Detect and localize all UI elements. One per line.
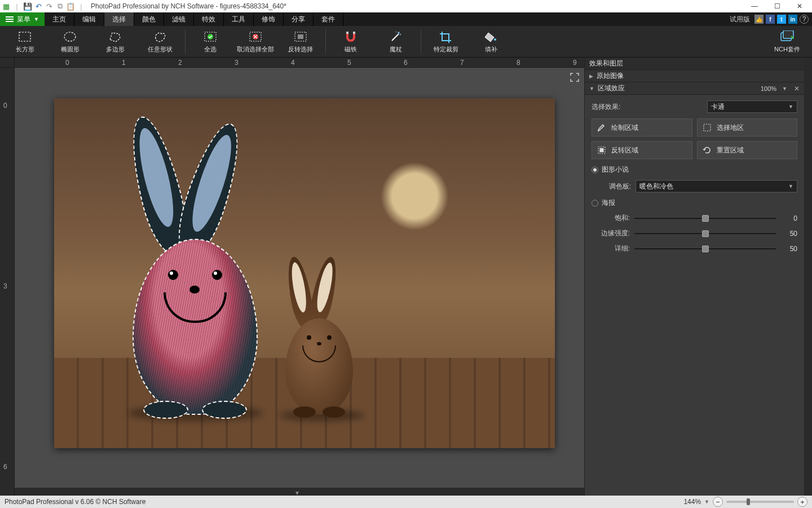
- tool-nch-suite[interactable]: NCH套件: [765, 27, 810, 56]
- toolbar: 长方形椭圆形多边形任意形状 全选取消选择全部反转选择 磁铁魔杖 特定裁剪填补 N…: [0, 26, 812, 58]
- ruler-vertical: 036: [0, 68, 15, 496]
- facebook-icon[interactable]: f: [766, 15, 775, 24]
- save-icon[interactable]: 💾: [23, 1, 33, 11]
- ruler-mark: 0: [3, 102, 7, 110]
- tool-icon: [108, 29, 122, 44]
- tab-7[interactable]: 修饰: [254, 12, 284, 26]
- linkedin-icon[interactable]: in: [788, 15, 797, 24]
- zoom-out-button[interactable]: −: [713, 497, 723, 507]
- tool-全选[interactable]: 全选: [188, 27, 233, 56]
- svg-rect-9: [353, 32, 355, 34]
- tool-label: NCH套件: [774, 45, 800, 54]
- menu-caret-icon: ▼: [34, 16, 39, 22]
- scroll-down-icon[interactable]: ▾: [295, 489, 303, 494]
- effect-select[interactable]: 卡通▼: [707, 100, 797, 113]
- section-region-effect[interactable]: ▼ 区域效应 100% ▼ ✕: [585, 82, 804, 95]
- reset-icon: [702, 145, 712, 155]
- minimize-icon[interactable]: —: [743, 0, 766, 12]
- tool-label: 取消选择全部: [237, 45, 274, 54]
- ruler-mark: 1: [122, 59, 126, 67]
- tab-1[interactable]: 编辑: [74, 12, 104, 26]
- tool-填补[interactable]: 填补: [469, 27, 514, 56]
- photo-background: [54, 98, 555, 448]
- tab-8[interactable]: 分享: [284, 12, 314, 26]
- dropdown-icon: ▼: [788, 183, 793, 189]
- svg-rect-13: [704, 124, 710, 131]
- dropdown-icon: ▼: [788, 104, 793, 110]
- horizontal-scrollbar[interactable]: ▾: [15, 488, 584, 496]
- tool-长方形[interactable]: 长方形: [2, 27, 47, 56]
- maximize-icon[interactable]: ☐: [766, 0, 788, 12]
- vertical-scrollbar[interactable]: [804, 58, 812, 496]
- zoom-slider[interactable]: [726, 501, 794, 503]
- radio-poster[interactable]: 海报: [592, 198, 797, 208]
- tool-反转选择[interactable]: 反转选择: [278, 27, 323, 56]
- invert-icon: [597, 145, 607, 155]
- saturation-slider[interactable]: [634, 214, 776, 223]
- svg-rect-0: [19, 32, 30, 41]
- zoom-value: 144%: [683, 498, 701, 506]
- select-effect-label: 选择效果:: [592, 102, 620, 112]
- thumbs-up-icon[interactable]: 👍: [754, 15, 764, 24]
- bunny-left-selected: [122, 132, 268, 414]
- copy-icon[interactable]: ⧉: [55, 1, 65, 11]
- tool-icon: [389, 29, 403, 44]
- tab-9[interactable]: 套件: [314, 12, 343, 26]
- tab-5[interactable]: 特效: [194, 12, 224, 26]
- tool-label: 填补: [485, 45, 497, 54]
- tool-多边形[interactable]: 多边形: [92, 27, 138, 56]
- bunny-right: [274, 251, 364, 414]
- radio-graphic-novel[interactable]: 图形小说: [592, 165, 797, 174]
- edge-slider[interactable]: [634, 229, 776, 238]
- tab-2[interactable]: 选择: [104, 12, 134, 26]
- ruler-mark: 3: [3, 282, 7, 290]
- tool-icon: [17, 29, 32, 44]
- ruler-mark: 2: [178, 59, 182, 67]
- paste-icon[interactable]: 📋: [65, 1, 76, 11]
- tool-label: 反转选择: [288, 45, 313, 54]
- zoom-in-button[interactable]: +: [797, 497, 807, 507]
- slider-edge: 边缘强度: 50: [592, 229, 797, 238]
- select-region-button[interactable]: 选择地区: [697, 119, 798, 137]
- tool-魔杖[interactable]: 魔杖: [373, 27, 418, 56]
- slider-detail: 详细: 50: [592, 244, 797, 253]
- draw-region-button[interactable]: 绘制区域: [592, 119, 692, 137]
- workspace: 0123456789 036: [0, 58, 812, 496]
- ruler-mark: 6: [404, 59, 408, 67]
- redo-icon[interactable]: ↷: [44, 1, 54, 11]
- tab-4[interactable]: 滤镜: [164, 12, 194, 26]
- svg-point-1: [64, 32, 76, 41]
- trial-label: 试用版: [730, 15, 750, 24]
- fullscreen-icon[interactable]: [570, 72, 580, 82]
- invert-region-button[interactable]: 反转区域: [592, 141, 692, 159]
- menubar: 菜单 ▼ 主页编辑选择颜色滤镜特效工具修饰分享套件 试用版 👍 f t in ?: [0, 12, 812, 26]
- window-buttons: — ☐ ✕: [743, 0, 811, 12]
- tool-椭圆形[interactable]: 椭圆形: [47, 27, 92, 56]
- marquee-icon: [702, 122, 712, 133]
- canvas[interactable]: [54, 98, 555, 448]
- ruler-mark: 4: [291, 59, 295, 67]
- reset-region-button[interactable]: 重置区域: [697, 141, 798, 159]
- menu-button[interactable]: 菜单 ▼: [0, 12, 45, 26]
- help-icon[interactable]: ?: [800, 15, 809, 24]
- close-icon[interactable]: ✕: [788, 0, 811, 12]
- tool-任意形状[interactable]: 任意形状: [138, 27, 183, 56]
- close-layer-icon[interactable]: ✕: [794, 85, 800, 93]
- tab-0[interactable]: 主页: [45, 12, 74, 26]
- tool-特定裁剪[interactable]: 特定裁剪: [423, 27, 469, 56]
- tab-6[interactable]: 工具: [224, 12, 254, 26]
- titlebar: ▦ | 💾 ↶ ↷ ⧉ 📋 | PhotoPad Professional by…: [0, 0, 812, 12]
- tool-取消选择全部[interactable]: 取消选择全部: [233, 27, 278, 56]
- ruler-mark: 6: [3, 463, 7, 471]
- opacity-caret-icon[interactable]: ▼: [782, 86, 787, 91]
- detail-slider[interactable]: [634, 244, 776, 253]
- section-original-image[interactable]: ▶ 原始图像: [585, 70, 804, 82]
- zoom-caret-icon[interactable]: ▼: [704, 499, 709, 505]
- tool-磁铁[interactable]: 磁铁: [328, 27, 373, 56]
- separator: [185, 29, 186, 54]
- brush-icon: [597, 122, 607, 133]
- twitter-icon[interactable]: t: [777, 15, 786, 24]
- palette-select[interactable]: 暖色和冷色▼: [636, 180, 797, 192]
- undo-icon[interactable]: ↶: [33, 1, 43, 11]
- tab-3[interactable]: 颜色: [134, 12, 164, 26]
